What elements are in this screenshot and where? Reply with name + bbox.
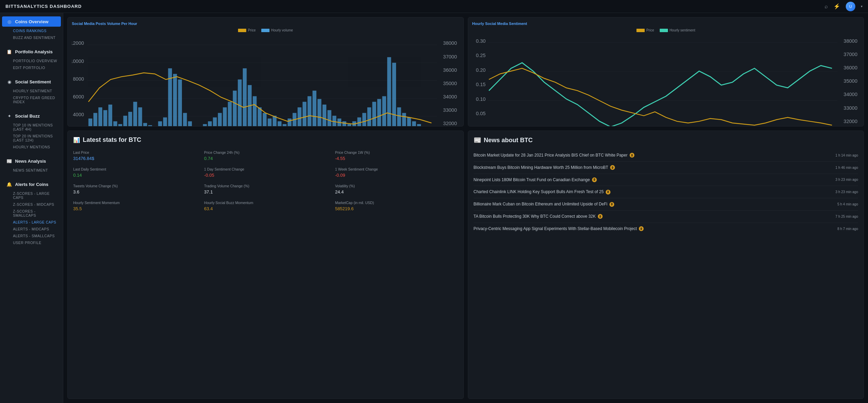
news-coin-badge-1: ₿ bbox=[610, 165, 615, 170]
sidebar-header-coins-overview[interactable]: ◎Coins Overview bbox=[2, 16, 61, 27]
sidebar-item-zscores-midcaps[interactable]: Z-SCORES - MIDCAPS bbox=[0, 201, 63, 208]
sidebar-item-top20-mentions[interactable]: TOP 20 IN MENTIONS (LAST 12H) bbox=[0, 133, 63, 144]
news-item-2[interactable]: Ninepoint Lists 180M Bitcoin Trust Fund … bbox=[474, 174, 858, 186]
sidebar-item-buzz-sentiment[interactable]: BUZZ AND SENTIMENT bbox=[0, 34, 63, 41]
svg-text:34000: 34000 bbox=[843, 92, 857, 97]
left-chart-legend: Price Hourly volume bbox=[72, 28, 459, 32]
sidebar-icon-social-buzz: ✦ bbox=[6, 113, 12, 119]
svg-rect-35 bbox=[143, 123, 147, 126]
svg-rect-81 bbox=[372, 102, 376, 126]
sidebar-item-portfolio-overview[interactable]: PORTFOLIO OVERVIEW bbox=[0, 57, 63, 64]
news-item-6[interactable]: Privacy-Centric Messaging App Signal Exp… bbox=[474, 223, 858, 235]
stat-value-10: 63.4 bbox=[204, 206, 327, 211]
sidebar-item-news-sentiment[interactable]: NEWS SENTIMENT bbox=[0, 167, 63, 174]
sidebar-header-social-buzz[interactable]: ✦Social Buzz bbox=[2, 111, 61, 121]
news-item-1[interactable]: Blockstream Buys Bitcoin Mining Hardware… bbox=[474, 162, 858, 174]
sidebar-item-zscores-smallcaps[interactable]: Z-SCORES - SMALLCAPS bbox=[0, 208, 63, 219]
svg-text:32000: 32000 bbox=[843, 119, 857, 124]
sidebar-item-coins-rankings[interactable]: COINS RANKINGS bbox=[0, 27, 63, 34]
svg-text:0.30: 0.30 bbox=[476, 38, 485, 44]
stats-grid: Last Price31476.84$Price Change 24h (%)0… bbox=[73, 150, 458, 211]
svg-rect-30 bbox=[118, 124, 122, 126]
news-item-0[interactable]: Bitcoin Market Update for 28 Jan 2021 Pr… bbox=[474, 149, 858, 162]
news-time-4: 5 h 4 min ago bbox=[837, 202, 858, 206]
sidebar-section-social-buzz: ✦Social BuzzTOP 10 IN MENTIONS (LAST 4H)… bbox=[0, 107, 63, 152]
sidebar-icon-news-analysis: 📰 bbox=[6, 158, 12, 164]
svg-rect-44 bbox=[188, 121, 192, 126]
sidebar-item-zscores-largecaps[interactable]: Z-SCORES - LARGE CAPS bbox=[0, 190, 63, 201]
sidebar-header-news-analysis[interactable]: 📰News Analysis bbox=[2, 156, 61, 166]
legend-hourly-sentiment: Hourly sentiment bbox=[660, 28, 695, 32]
svg-rect-53 bbox=[233, 91, 237, 126]
sidebar-header-social-sentiment[interactable]: ◉Social Sentiment bbox=[2, 77, 61, 87]
sidebar-item-edit-portfolio[interactable]: EDIT PORTFOLIO bbox=[0, 64, 63, 71]
svg-rect-50 bbox=[218, 113, 222, 126]
news-item-4[interactable]: Billionaire Mark Cuban on Bitcoin Ethere… bbox=[474, 198, 858, 211]
svg-rect-82 bbox=[377, 99, 381, 126]
svg-text:35000: 35000 bbox=[443, 81, 457, 86]
sidebar-title-social-sentiment: Social Sentiment bbox=[15, 79, 51, 84]
svg-rect-55 bbox=[243, 68, 247, 126]
stat-item-0: Last Price31476.84$ bbox=[73, 150, 196, 161]
news-coin-badge-2: ₿ bbox=[592, 177, 597, 182]
right-chart-svg: 0.30 0.25 0.20 0.15 0.10 0.05 0 -0.05 38… bbox=[472, 35, 860, 126]
stat-value-9: 35.5 bbox=[73, 206, 196, 211]
sidebar-item-alerts-midcaps[interactable]: ALERTS - MIDCAPS bbox=[0, 226, 63, 232]
svg-rect-85 bbox=[392, 63, 396, 126]
stat-label-4: 1 Day Sentiment Change bbox=[204, 167, 327, 171]
news-headline-6: Privacy-Centric Messaging App Signal Exp… bbox=[474, 226, 637, 232]
sidebar-item-crypto-fear-greed[interactable]: CRYPTO FEAR GREED INDEX bbox=[0, 94, 63, 105]
stat-item-7: Trading Volume Change (%)37.1 bbox=[204, 184, 327, 194]
stat-label-1: Price Change 24h (%) bbox=[204, 150, 327, 155]
svg-rect-32 bbox=[128, 112, 132, 126]
stat-label-11: MarketCap (in mil. USD) bbox=[335, 201, 458, 205]
news-coin-badge-3: ₿ bbox=[606, 190, 610, 194]
svg-text:0: 0 bbox=[483, 125, 485, 126]
svg-rect-70 bbox=[317, 99, 321, 126]
sidebar-item-hourly-mentions[interactable]: HOURLY MENTIONS bbox=[0, 144, 63, 150]
sidebar-header-portfolio-analysis[interactable]: 📋Portfolio Analysis bbox=[2, 46, 61, 57]
svg-text:0.10: 0.10 bbox=[476, 96, 485, 102]
svg-rect-84 bbox=[387, 57, 391, 126]
avatar[interactable]: U bbox=[846, 2, 855, 11]
news-headline-3: Charted Chainlink LINK Holding Key Suppo… bbox=[474, 189, 604, 195]
news-time-5: 7 h 25 min ago bbox=[836, 215, 858, 218]
svg-rect-52 bbox=[228, 102, 232, 126]
svg-rect-25 bbox=[93, 113, 97, 126]
svg-rect-90 bbox=[417, 124, 421, 126]
sidebar-item-hourly-sentiment[interactable]: HOURLY SENTIMENT bbox=[0, 88, 63, 94]
chevron-down-icon[interactable]: ▾ bbox=[861, 4, 863, 8]
news-card: 📰 News about BTC Bitcoin Market Update f… bbox=[468, 131, 864, 399]
sidebar-header-alerts-for-coins[interactable]: 🔔Alerts for Coins bbox=[2, 179, 61, 189]
sidebar-item-alerts-largecaps[interactable]: ALERTS - LARGE CAPS bbox=[0, 219, 63, 226]
stat-label-0: Last Price bbox=[73, 150, 196, 155]
svg-rect-63 bbox=[282, 124, 286, 126]
sidebar-item-alerts-smallcaps[interactable]: ALERTS - SMALLCAPS bbox=[0, 232, 63, 239]
stat-item-4: 1 Day Sentiment Change-0.05 bbox=[204, 167, 327, 178]
svg-rect-86 bbox=[397, 107, 401, 126]
svg-text:35000: 35000 bbox=[843, 78, 857, 84]
svg-rect-83 bbox=[382, 96, 386, 126]
stat-value-3: 0.14 bbox=[73, 173, 196, 178]
stat-label-2: Price Change 1W (%) bbox=[335, 150, 458, 155]
search-icon[interactable]: ⌕ bbox=[825, 3, 828, 10]
sidebar-item-top10-mentions[interactable]: TOP 10 IN MENTIONS (LAST 4H) bbox=[0, 122, 63, 133]
news-item-3[interactable]: Charted Chainlink LINK Holding Key Suppo… bbox=[474, 186, 858, 198]
sidebar-subsection-social-sentiment: HOURLY SENTIMENTCRYPTO FEAR GREED INDEX bbox=[0, 87, 63, 106]
news-item-5[interactable]: TA Bitcoin Bulls Protecting 30K Why BTC … bbox=[474, 211, 858, 223]
stat-label-5: 1 Week Sentiment Change bbox=[335, 167, 458, 171]
sidebar-item-user-profile[interactable]: USER PROFILE bbox=[0, 239, 63, 246]
sidebar-subsection-alerts-for-coins: Z-SCORES - LARGE CAPSZ-SCORES - MIDCAPSZ… bbox=[0, 189, 63, 247]
stat-label-9: Hourly Sentiment Momentum bbox=[73, 201, 196, 205]
news-coin-badge-0: ₿ bbox=[630, 153, 634, 158]
sidebar-icon-alerts-for-coins: 🔔 bbox=[6, 181, 12, 187]
stat-value-6: 3.6 bbox=[73, 189, 196, 194]
stat-value-0: 31476.84$ bbox=[73, 156, 196, 161]
news-card-title: 📰 News about BTC bbox=[474, 136, 858, 144]
news-time-2: 3 h 23 min ago bbox=[836, 178, 858, 182]
main-content: Social Media Posts Volume Per Hour Price… bbox=[63, 13, 868, 403]
svg-rect-33 bbox=[133, 102, 137, 126]
sidebar-subsection-news-analysis: NEWS SENTIMENT bbox=[0, 166, 63, 174]
legend-price-right: Price bbox=[636, 28, 654, 32]
activity-icon[interactable]: ⚡ bbox=[833, 3, 840, 10]
